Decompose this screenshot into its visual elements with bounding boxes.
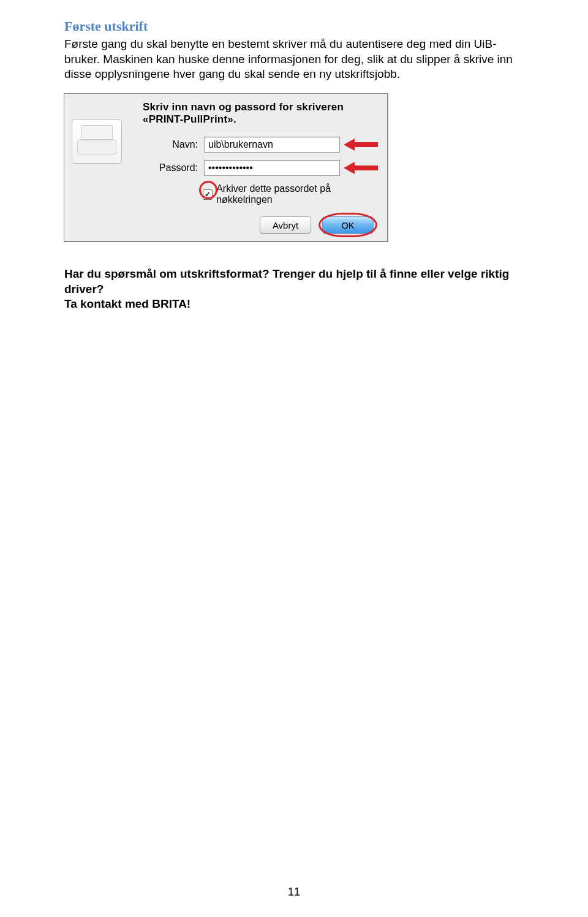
password-label: Passord: bbox=[143, 162, 204, 173]
arrow-icon bbox=[344, 140, 378, 150]
highlight-ring bbox=[318, 213, 377, 237]
printer-icon bbox=[72, 120, 133, 164]
arrow-icon bbox=[344, 163, 378, 173]
svg-marker-0 bbox=[344, 139, 378, 151]
keychain-label: Arkiver dette passordet på nøkkelringen bbox=[216, 183, 380, 205]
dialog-intro: Skriv inn navn og passord for skriveren … bbox=[143, 101, 380, 126]
question-2: Ta kontakt med BRITA! bbox=[64, 297, 524, 312]
name-label: Navn: bbox=[143, 139, 204, 150]
question-1: Har du spørsmål om utskriftsformat? Tren… bbox=[64, 267, 524, 297]
section-heading: Første utskrift bbox=[64, 18, 524, 34]
password-input[interactable] bbox=[204, 160, 340, 176]
cancel-button[interactable]: Avbryt bbox=[260, 216, 311, 234]
highlight-ring bbox=[199, 181, 217, 199]
auth-dialog: Skriv inn navn og passord for skriveren … bbox=[64, 93, 388, 242]
page-number: 11 bbox=[0, 886, 588, 899]
name-input[interactable] bbox=[204, 137, 340, 153]
body-paragraph: Første gang du skal benytte en bestemt s… bbox=[64, 37, 524, 82]
svg-marker-1 bbox=[344, 162, 378, 174]
